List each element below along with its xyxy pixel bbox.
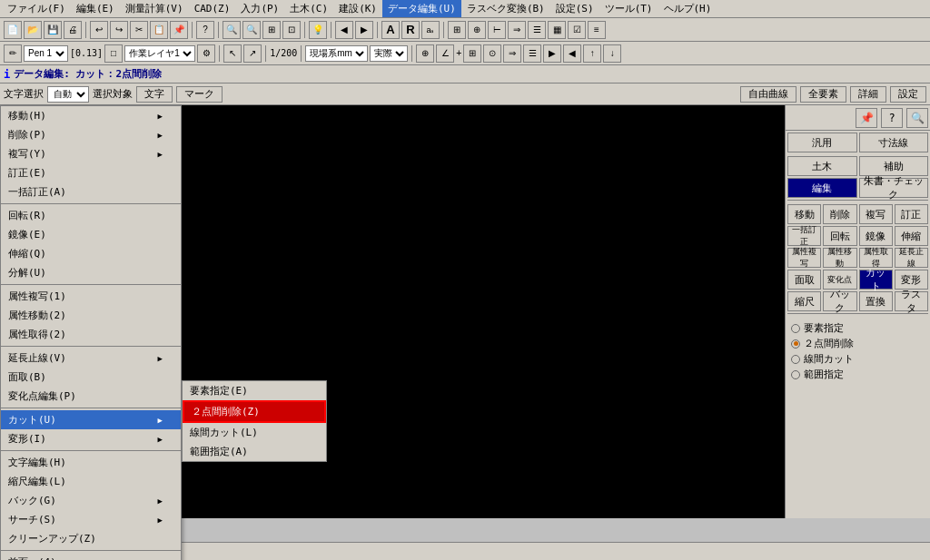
unit-select[interactable]: 現場系mm — [305, 45, 368, 62]
menu-item-bulk-correct[interactable]: 一括訂正(A) — [1, 182, 181, 201]
snap2-btn[interactable]: ⊙ — [483, 44, 501, 63]
zoom-out-btn[interactable]: 🔍 — [242, 21, 261, 39]
text-a[interactable]: A — [381, 21, 400, 39]
menu-item-to-front[interactable]: 前面へ(4) — [1, 553, 181, 560]
grid2-btn[interactable]: ⊞ — [463, 44, 481, 63]
text-r[interactable]: R — [401, 21, 420, 39]
menu-tools[interactable]: ツール(T) — [599, 0, 658, 17]
misc2[interactable]: ☰ — [528, 21, 546, 39]
misc8[interactable]: ▶ — [543, 44, 561, 63]
submenu-line-cut[interactable]: 線間カット(L) — [183, 423, 326, 442]
settings-btn[interactable]: 設定 — [890, 86, 926, 103]
char-btn[interactable]: 文字 — [136, 86, 173, 103]
angle-btn[interactable]: ∠ — [436, 44, 454, 63]
btn-attr-move[interactable]: 属性移動 — [823, 248, 856, 268]
zoom-all-btn[interactable]: ⊡ — [282, 21, 301, 39]
btn-correct[interactable]: 訂正 — [895, 204, 928, 224]
menu-item-move[interactable]: 移動(H)▶ — [1, 106, 181, 125]
menu-item-stretch[interactable]: 伸縮(Q) — [1, 244, 181, 263]
layer-settings[interactable]: ⚙ — [197, 44, 215, 63]
btn-change-point[interactable]: 変化点 — [823, 270, 856, 290]
all-elements-btn[interactable]: 全要素 — [800, 86, 846, 103]
menu-item-extend[interactable]: 延長止線(V)▶ — [1, 349, 181, 368]
menu-item-cut[interactable]: カット(U)▶ — [1, 410, 181, 429]
layer-btn[interactable]: □ — [104, 44, 123, 63]
menu-item-changepoint[interactable]: 変化点編集(P) — [1, 387, 181, 406]
menu-item-delete[interactable]: 削除(P)▶ — [1, 125, 181, 144]
menu-item-search[interactable]: サーチ(S)▶ — [1, 510, 181, 529]
menu-item-decompose[interactable]: 分解(U) — [1, 263, 181, 282]
btn-attr-get[interactable]: 属性取得 — [859, 248, 893, 268]
btn-copy[interactable]: 複写 — [859, 204, 893, 224]
menu-civil[interactable]: 土木(C) — [284, 0, 333, 17]
menu-survey[interactable]: 測量計算(V) — [120, 0, 189, 17]
help-btn[interactable]: ? — [196, 21, 214, 39]
submenu-two-point-delete[interactable]: ２点間削除(Z) — [183, 400, 326, 423]
btn-delete[interactable]: 削除 — [823, 204, 856, 224]
paste-btn[interactable]: 📌 — [170, 21, 188, 39]
btn-extend[interactable]: 延長止線 — [895, 248, 928, 268]
nav-left[interactable]: ◀ — [335, 21, 353, 39]
menu-data-edit[interactable]: データ編集(U) — [382, 0, 461, 17]
btn-cut[interactable]: カット — [859, 270, 893, 290]
btn-scale[interactable]: 縮尺 — [787, 291, 821, 311]
plus-btn[interactable]: ⊕ — [416, 44, 434, 63]
nav-right[interactable]: ▶ — [355, 21, 373, 39]
misc6[interactable]: ⇒ — [503, 44, 521, 63]
mode-select[interactable]: 自動 — [47, 86, 89, 103]
menu-raster[interactable]: ラスベク変換(B) — [461, 0, 550, 17]
menu-item-scale-edit[interactable]: 縮尺編集(L) — [1, 472, 181, 491]
canvas[interactable]: 移動(H)▶ 削除(P)▶ 複写(Y)▶ 訂正(E) 一括訂正(A) 回転(R) — [0, 105, 785, 518]
menu-input[interactable]: 入力(P) — [235, 0, 284, 17]
misc11[interactable]: ↓ — [603, 44, 621, 63]
menu-edit[interactable]: 編集(E) — [71, 0, 120, 17]
btn-check[interactable]: 朱書・チェック — [859, 178, 929, 198]
menu-item-back[interactable]: バック(G)▶ — [1, 491, 181, 510]
cursor2-btn[interactable]: ↗ — [243, 44, 262, 63]
menu-item-transform[interactable]: 変形(I)▶ — [1, 429, 181, 448]
misc3[interactable]: ▦ — [548, 21, 566, 39]
menu-cad[interactable]: CAD(Z) — [189, 1, 236, 16]
menu-item-attr-move[interactable]: 属性移動(2) — [1, 306, 181, 325]
actual-select[interactable]: 実際 — [370, 45, 408, 62]
radio-line-cut[interactable]: 線間カット — [791, 352, 925, 366]
btn-raster[interactable]: ラスタ — [895, 291, 928, 311]
panel-icon-search[interactable]: 🔍 — [906, 108, 928, 128]
radio-two-point[interactable]: ２点間削除 — [791, 337, 925, 350]
submenu-range-specify[interactable]: 範囲指定(A) — [183, 442, 326, 461]
btn-mirror[interactable]: 鏡像 — [859, 226, 893, 246]
misc5[interactable]: ≡ — [588, 21, 606, 39]
menu-file[interactable]: ファイル(F) — [2, 0, 71, 17]
misc9[interactable]: ◀ — [563, 44, 581, 63]
radio-range-specify[interactable]: 範囲指定 — [791, 368, 925, 381]
zoom-fit-btn[interactable]: ⊞ — [262, 21, 281, 39]
panel-icon-pin[interactable]: 📌 — [856, 108, 877, 128]
menu-item-attr-copy[interactable]: 属性複写(1) — [1, 287, 181, 306]
snap-btn[interactable]: ⊕ — [468, 21, 486, 39]
tab-dimension[interactable]: 寸法線 — [859, 133, 929, 152]
copy-btn[interactable]: 📋 — [150, 21, 168, 39]
redo-btn[interactable]: ↪ — [110, 21, 128, 39]
save-btn[interactable]: 💾 — [44, 21, 62, 39]
menu-item-correct[interactable]: 訂正(E) — [1, 163, 181, 182]
zoom-in-btn[interactable]: 🔍 — [223, 21, 241, 39]
btn-assist[interactable]: 補助 — [859, 156, 929, 176]
new-btn[interactable]: 📄 — [4, 21, 22, 39]
detail-btn[interactable]: 詳細 — [850, 86, 886, 103]
menu-item-chamfer[interactable]: 面取(B) — [1, 368, 181, 387]
tab-general[interactable]: 汎用 — [787, 133, 857, 152]
misc4[interactable]: ☑ — [568, 21, 586, 39]
cursor-btn[interactable]: ↖ — [223, 44, 242, 63]
btn-civil[interactable]: 土木 — [787, 156, 857, 176]
btn-replace[interactable]: 置換 — [859, 291, 893, 311]
grid-btn[interactable]: ⊞ — [448, 21, 466, 39]
menu-settings[interactable]: 設定(S) — [550, 0, 599, 17]
light-btn[interactable]: 💡 — [309, 21, 327, 39]
menu-item-mirror[interactable]: 鏡像(E) — [1, 225, 181, 244]
menu-item-cleanup[interactable]: クリーンアップ(Z) — [1, 529, 181, 548]
menu-item-text-edit[interactable]: 文字編集(H) — [1, 453, 181, 472]
radio-element-specify[interactable]: 要素指定 — [791, 321, 925, 335]
btn-chamfer[interactable]: 面取 — [787, 270, 821, 290]
menu-construction[interactable]: 建設(K) — [333, 0, 382, 17]
layer-select[interactable]: 作業レイヤ1 — [124, 45, 195, 62]
